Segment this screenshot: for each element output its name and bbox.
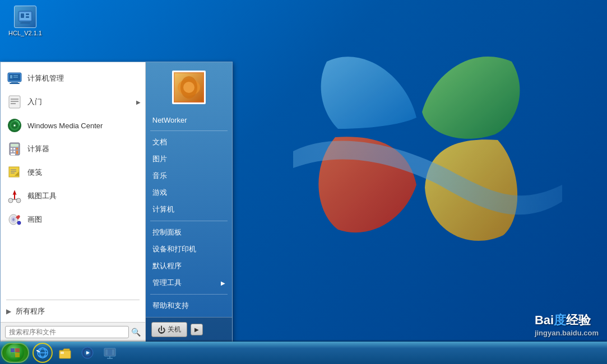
svg-point-43 <box>17 221 21 225</box>
hcl-desktop-icon[interactable]: HCL_V2.1.1 <box>6 6 45 36</box>
start-orb <box>6 344 24 362</box>
snipping-icon <box>6 188 23 204</box>
svg-point-47 <box>183 82 194 93</box>
menu-item-getting-started[interactable]: 入门 ▶ <box>1 90 145 114</box>
computer-management-label: 计算机管理 <box>27 73 64 83</box>
svg-rect-6 <box>20 22 30 24</box>
hcl-icon-label: HCL_V2.1.1 <box>8 30 42 36</box>
search-bar: 🔍 <box>1 322 145 342</box>
menu-items-list: 计算机管理 入门 ▶ <box>1 62 145 297</box>
start-button[interactable] <box>1 343 29 363</box>
svg-rect-36 <box>14 193 15 200</box>
search-button[interactable]: 🔍 <box>131 328 141 337</box>
svg-point-42 <box>12 218 15 221</box>
svg-rect-9 <box>10 75 12 78</box>
menu-divider-bottom <box>6 300 140 300</box>
windows-logo <box>293 17 562 274</box>
right-menu-games[interactable]: 游戏 <box>146 184 232 201</box>
admin-tools-label: 管理工具 <box>152 278 221 288</box>
baidu-watermark: Bai度经验 jingyan.baidu.com <box>535 312 599 337</box>
menu-item-wmc[interactable]: Windows Media Center <box>1 114 145 137</box>
wmc-label: Windows Media Center <box>27 122 103 130</box>
all-programs-label: 所有程序 <box>16 306 45 316</box>
shutdown-label: 关机 <box>168 325 181 334</box>
menu-item-snipping[interactable]: 截图工具 <box>1 184 145 208</box>
baidu-url: jingyan.baidu.com <box>535 329 599 337</box>
start-menu: 计算机管理 入门 ▶ <box>0 62 233 342</box>
stickynotes-label: 便笺 <box>27 167 42 178</box>
taskbar-explorer-icon[interactable] <box>54 343 76 363</box>
svg-rect-13 <box>10 83 20 84</box>
svg-rect-2 <box>21 13 24 18</box>
svg-rect-4 <box>26 16 29 18</box>
right-menu-computer[interactable]: 计算机 <box>146 201 232 218</box>
right-menu-control-panel[interactable]: 控制面板 <box>146 224 232 241</box>
computer-management-icon <box>6 70 23 87</box>
right-menu-documents[interactable]: 文档 <box>146 134 232 151</box>
getting-started-arrow: ▶ <box>136 99 141 105</box>
getting-started-icon <box>6 94 23 110</box>
svg-rect-3 <box>26 13 29 15</box>
right-menu-networker[interactable]: NetWorker <box>146 113 232 128</box>
right-menu-default-programs[interactable]: 默认程序 <box>146 258 232 274</box>
svg-rect-30 <box>16 151 18 154</box>
svg-rect-25 <box>11 148 12 150</box>
taskbar-media-icon[interactable] <box>77 343 98 363</box>
taskbar-ie-icon[interactable] <box>32 343 53 363</box>
all-programs[interactable]: ▶ 所有程序 <box>1 303 145 322</box>
svg-rect-14 <box>9 96 20 108</box>
baidu-brand: Bai度经验 <box>535 312 599 329</box>
menu-item-stickynotes[interactable]: 便笺 <box>1 161 145 184</box>
menu-item-paint[interactable]: 画图 <box>1 208 145 231</box>
all-programs-arrow: ▶ <box>6 307 11 315</box>
right-menu-music[interactable]: 音乐 <box>146 167 232 184</box>
ie-wrapper <box>31 343 54 363</box>
user-avatar <box>172 71 206 104</box>
start-menu-right: NetWorker 文档 图片 音乐 游戏 计算机 控制面板 设备和打印机 默认… <box>146 62 232 342</box>
right-menu-pictures[interactable]: 图片 <box>146 151 232 167</box>
shutdown-arrow-button[interactable]: ▶ <box>191 324 203 335</box>
right-menu-admin-tools[interactable]: 管理工具 ▶ <box>146 274 232 291</box>
getting-started-label: 入门 <box>27 97 42 107</box>
paint-label: 画图 <box>27 214 42 225</box>
right-menu-devices[interactable]: 设备和打印机 <box>146 241 232 258</box>
right-menu-items: NetWorker 文档 图片 音乐 游戏 计算机 控制面板 设备和打印机 默认… <box>146 110 232 317</box>
svg-rect-28 <box>11 151 12 152</box>
wmc-icon <box>6 117 23 134</box>
calculator-label: 计算器 <box>27 144 49 154</box>
menu-item-calculator[interactable]: 计算器 <box>1 137 145 161</box>
svg-rect-27 <box>16 148 18 150</box>
taskbar-network-icon[interactable] <box>99 343 121 363</box>
admin-tools-arrow: ▶ <box>221 280 225 286</box>
svg-rect-24 <box>11 144 18 147</box>
right-divider-2 <box>150 221 228 221</box>
right-divider-3 <box>150 294 228 295</box>
svg-rect-31 <box>11 153 15 155</box>
calculator-icon <box>6 141 23 157</box>
svg-rect-29 <box>13 151 15 152</box>
stickynotes-icon <box>6 164 23 181</box>
right-menu-help[interactable]: 帮助和支持 <box>146 297 232 314</box>
svg-point-22 <box>14 125 16 127</box>
taskbar <box>0 342 607 364</box>
svg-rect-26 <box>13 148 15 150</box>
desktop: HCL_V2.1.1 <box>0 0 607 364</box>
menu-item-computer-management[interactable]: 计算机管理 <box>1 67 145 90</box>
svg-rect-58 <box>108 349 112 355</box>
right-divider-1 <box>150 130 228 131</box>
search-input[interactable] <box>5 326 129 338</box>
shutdown-icon: ⏻ <box>157 325 165 334</box>
taskbar-icons-group <box>31 342 121 364</box>
hcl-icon-image <box>14 6 36 28</box>
shutdown-button[interactable]: ⏻ 关机 <box>151 322 187 337</box>
start-menu-left: 计算机管理 入门 ▶ <box>1 62 146 342</box>
svg-rect-52 <box>61 352 64 354</box>
svg-point-37 <box>8 198 13 203</box>
paint-icon <box>6 211 23 228</box>
svg-point-38 <box>16 198 21 203</box>
snipping-label: 截图工具 <box>27 191 57 201</box>
shutdown-bar: ⏻ 关机 ▶ <box>146 317 232 342</box>
